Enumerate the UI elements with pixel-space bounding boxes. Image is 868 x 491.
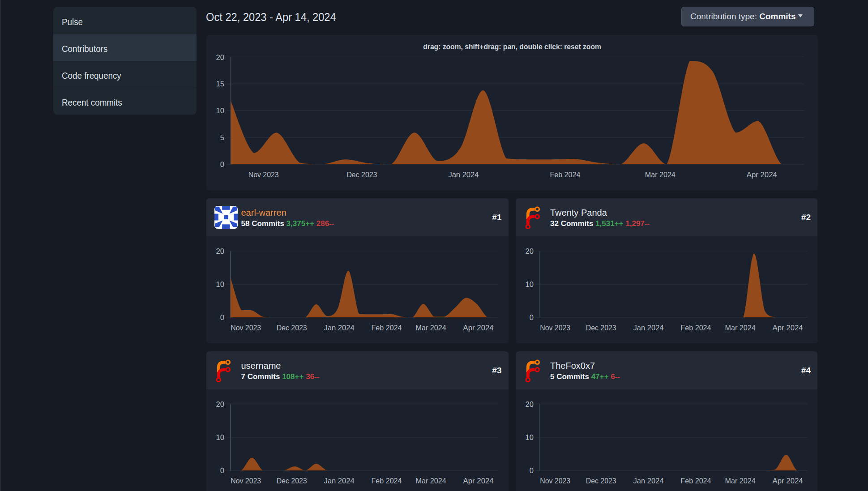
svg-text:Jan 2024: Jan 2024 xyxy=(324,477,355,485)
svg-text:Apr 2024: Apr 2024 xyxy=(772,477,803,485)
svg-text:Feb 2024: Feb 2024 xyxy=(372,324,402,332)
svg-text:Apr 2024: Apr 2024 xyxy=(772,324,803,332)
svg-text:Jan 2024: Jan 2024 xyxy=(324,324,355,332)
svg-text:Dec 2023: Dec 2023 xyxy=(277,324,307,332)
svg-text:Apr 2024: Apr 2024 xyxy=(747,171,777,179)
svg-text:Mar 2024: Mar 2024 xyxy=(416,477,446,485)
svg-text:10: 10 xyxy=(216,107,224,115)
svg-text:Jan 2024: Jan 2024 xyxy=(448,171,479,179)
svg-text:Apr 2024: Apr 2024 xyxy=(463,324,494,332)
svg-text:0: 0 xyxy=(220,466,224,475)
svg-text:Feb 2024: Feb 2024 xyxy=(680,324,711,332)
svg-text:0: 0 xyxy=(529,466,533,475)
svg-text:20: 20 xyxy=(525,400,533,409)
svg-text:10: 10 xyxy=(525,433,533,442)
svg-text:20: 20 xyxy=(525,247,533,256)
svg-text:Mar 2024: Mar 2024 xyxy=(725,324,755,332)
svg-text:Jan 2024: Jan 2024 xyxy=(633,477,663,485)
svg-text:0: 0 xyxy=(220,313,224,322)
svg-text:Nov 2023: Nov 2023 xyxy=(540,477,570,485)
svg-text:Nov 2023: Nov 2023 xyxy=(248,171,279,179)
svg-text:Dec 2023: Dec 2023 xyxy=(586,477,616,485)
svg-text:Dec 2023: Dec 2023 xyxy=(586,324,616,332)
svg-text:Mar 2024: Mar 2024 xyxy=(416,324,446,332)
svg-text:Mar 2024: Mar 2024 xyxy=(725,477,755,485)
svg-text:Apr 2024: Apr 2024 xyxy=(463,477,494,485)
svg-text:5: 5 xyxy=(220,133,224,142)
svg-text:10: 10 xyxy=(525,280,533,289)
svg-text:Dec 2023: Dec 2023 xyxy=(277,477,307,485)
svg-text:20: 20 xyxy=(216,247,224,256)
svg-text:Nov 2023: Nov 2023 xyxy=(540,324,570,332)
svg-text:Jan 2024: Jan 2024 xyxy=(633,324,663,332)
svg-text:20: 20 xyxy=(216,400,224,409)
svg-text:20: 20 xyxy=(216,53,224,62)
svg-text:Feb 2024: Feb 2024 xyxy=(372,477,402,485)
svg-text:0: 0 xyxy=(220,160,224,169)
svg-text:Dec 2023: Dec 2023 xyxy=(346,171,377,179)
svg-text:10: 10 xyxy=(216,433,224,442)
svg-text:Nov 2023: Nov 2023 xyxy=(231,477,261,485)
svg-text:Mar 2024: Mar 2024 xyxy=(645,171,676,179)
svg-text:0: 0 xyxy=(529,313,533,322)
svg-text:Feb 2024: Feb 2024 xyxy=(550,171,580,179)
svg-text:10: 10 xyxy=(216,280,224,289)
svg-text:Nov 2023: Nov 2023 xyxy=(231,324,261,332)
svg-text:15: 15 xyxy=(216,80,224,88)
svg-text:Feb 2024: Feb 2024 xyxy=(680,477,711,485)
